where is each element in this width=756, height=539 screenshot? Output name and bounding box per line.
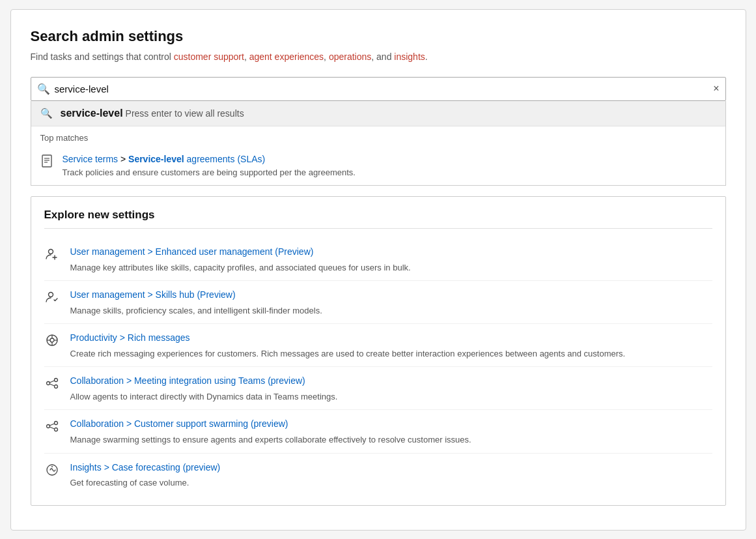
subtitle-highlight-customer: customer support bbox=[174, 51, 244, 62]
setting-title-rich-messages[interactable]: Productivity > Rich messages bbox=[70, 332, 626, 345]
setting-link-swarming[interactable]: Collaboration > Customer support swarmin… bbox=[70, 418, 288, 429]
svg-rect-0 bbox=[42, 155, 51, 167]
user-skills-icon bbox=[44, 290, 60, 308]
setting-link-case-forecasting[interactable]: Insights > Case forecasting (preview) bbox=[70, 462, 221, 473]
match-description: Track policies and ensure customers are … bbox=[63, 168, 356, 177]
svg-point-14 bbox=[46, 382, 49, 385]
match-content: Service terms > Service-level agreements… bbox=[63, 153, 356, 178]
setting-desc-swarming: Manage swarming settings to ensure agent… bbox=[70, 433, 471, 446]
setting-desc-skills-hub: Manage skills, proficiency scales, and i… bbox=[70, 304, 322, 317]
svg-point-19 bbox=[46, 425, 49, 428]
suggestion-keyword: service-level bbox=[61, 108, 123, 119]
setting-item-case-forecasting[interactable]: Insights > Case forecasting (preview) Ge… bbox=[44, 454, 712, 496]
match-breadcrumb-service-level[interactable]: Service-level bbox=[128, 154, 184, 164]
setting-content-rich-messages: Productivity > Rich messages Create rich… bbox=[70, 332, 626, 360]
setting-desc-case-forecasting: Get forecasting of case volume. bbox=[70, 476, 221, 489]
insights-icon bbox=[44, 463, 60, 480]
setting-item-swarming[interactable]: Collaboration > Customer support swarmin… bbox=[44, 410, 712, 453]
page-title: Search admin settings bbox=[31, 28, 726, 45]
match-title[interactable]: Service terms > Service-level agreements… bbox=[63, 153, 356, 166]
setting-content-meeting-integration: Collaboration > Meeting integration usin… bbox=[70, 375, 338, 403]
svg-point-16 bbox=[54, 385, 57, 388]
setting-item-enhanced-user-mgmt[interactable]: User management > Enhanced user manageme… bbox=[44, 238, 712, 281]
page-subtitle: Find tasks and settings that control cus… bbox=[31, 50, 726, 64]
search-dropdown: 🔍 service-level Press enter to view all … bbox=[31, 101, 726, 186]
svg-point-15 bbox=[54, 379, 57, 382]
match-breadcrumb-separator: > bbox=[120, 154, 128, 164]
setting-link-skills-hub[interactable]: User management > Skills hub (Preview) bbox=[70, 289, 236, 300]
match-breadcrumb-agreements[interactable]: agreements (SLAs) bbox=[187, 154, 266, 164]
setting-link-meeting-integration[interactable]: Collaboration > Meeting integration usin… bbox=[70, 375, 305, 386]
setting-desc-rich-messages: Create rich messaging experiences for cu… bbox=[70, 347, 626, 360]
svg-point-4 bbox=[48, 250, 53, 254]
svg-point-25 bbox=[51, 466, 53, 467]
explore-title: Explore new settings bbox=[44, 209, 712, 229]
setting-title-enhanced-user-mgmt[interactable]: User management > Enhanced user manageme… bbox=[70, 246, 411, 259]
setting-desc-meeting-integration: Allow agents to interact directly with D… bbox=[70, 390, 338, 403]
svg-line-22 bbox=[49, 424, 54, 426]
svg-line-17 bbox=[49, 381, 54, 383]
svg-point-7 bbox=[48, 293, 53, 297]
suggestion-search-icon: 🔍 bbox=[40, 108, 53, 119]
collaboration-icon bbox=[44, 376, 60, 394]
search-suggestion-row[interactable]: 🔍 service-level Press enter to view all … bbox=[31, 101, 725, 126]
setting-content-skills-hub: User management > Skills hub (Preview) M… bbox=[70, 289, 322, 317]
setting-content-case-forecasting: Insights > Case forecasting (preview) Ge… bbox=[70, 461, 221, 489]
setting-content-swarming: Collaboration > Customer support swarmin… bbox=[70, 418, 471, 446]
match-breadcrumb-service-terms[interactable]: Service terms bbox=[63, 154, 119, 164]
search-icon: 🔍 bbox=[37, 83, 50, 95]
match-item[interactable]: Service terms > Service-level agreements… bbox=[31, 147, 725, 186]
user-management-icon bbox=[44, 247, 60, 265]
clear-icon[interactable]: × bbox=[713, 83, 719, 95]
subtitle-highlight-ops: operations bbox=[329, 51, 371, 62]
svg-point-20 bbox=[54, 422, 57, 425]
setting-item-meeting-integration[interactable]: Collaboration > Meeting integration usin… bbox=[44, 367, 712, 410]
search-wrapper: 🔍 × bbox=[31, 77, 726, 101]
setting-title-swarming[interactable]: Collaboration > Customer support swarmin… bbox=[70, 418, 471, 431]
main-container: Search admin settings Find tasks and set… bbox=[10, 9, 746, 531]
setting-desc-enhanced-user-mgmt: Manage key attributes like skills, capac… bbox=[70, 261, 411, 274]
setting-title-meeting-integration[interactable]: Collaboration > Meeting integration usin… bbox=[70, 375, 338, 388]
setting-content-enhanced-user-mgmt: User management > Enhanced user manageme… bbox=[70, 246, 411, 274]
suggestion-hint: Press enter to view all results bbox=[126, 108, 244, 119]
collaboration-swarm-icon bbox=[44, 419, 60, 437]
svg-point-21 bbox=[54, 428, 57, 431]
setting-item-rich-messages[interactable]: Productivity > Rich messages Create rich… bbox=[44, 324, 712, 367]
setting-title-skills-hub[interactable]: User management > Skills hub (Preview) bbox=[70, 289, 322, 302]
subtitle-highlight-agent: agent experiences bbox=[249, 51, 324, 62]
svg-line-23 bbox=[49, 427, 54, 429]
svg-point-9 bbox=[50, 338, 54, 342]
svg-line-18 bbox=[49, 384, 54, 386]
setting-title-case-forecasting[interactable]: Insights > Case forecasting (preview) bbox=[70, 461, 221, 474]
setting-link-enhanced-user-mgmt[interactable]: User management > Enhanced user manageme… bbox=[70, 246, 314, 257]
setting-link-rich-messages[interactable]: Productivity > Rich messages bbox=[70, 332, 190, 343]
productivity-icon bbox=[44, 333, 60, 351]
explore-section: Explore new settings User management > E… bbox=[31, 196, 726, 506]
setting-item-skills-hub[interactable]: User management > Skills hub (Preview) M… bbox=[44, 281, 712, 324]
search-input[interactable] bbox=[31, 77, 726, 101]
subtitle-highlight-insights: insights bbox=[394, 51, 425, 62]
document-icon bbox=[40, 154, 53, 171]
top-matches-label: Top matches bbox=[31, 126, 725, 147]
